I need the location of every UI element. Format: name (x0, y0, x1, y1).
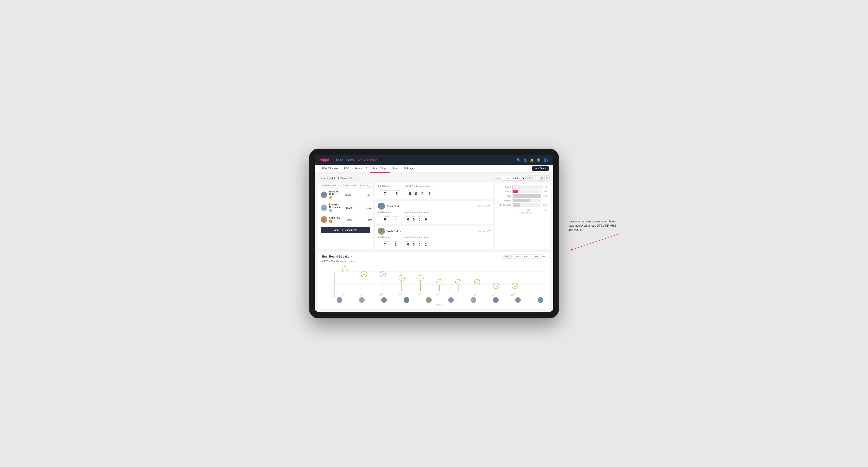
player-row: EC Edward Crossman 2 18/20 107 (318, 201, 373, 214)
table-view-button[interactable]: ⊟ (545, 176, 550, 181)
svg-text:4x: 4x (438, 281, 441, 283)
filter-putt[interactable]: PUTT (532, 254, 542, 259)
bell-icon[interactable]: 🔔 (530, 158, 534, 162)
edit-icon[interactable]: ✏️ (350, 177, 353, 180)
chart-avatar-coles: J (404, 297, 409, 303)
bar-label-bogeys: Bogeys (498, 199, 511, 201)
ott-val: 0 (409, 192, 411, 196)
list-view-button[interactable]: ≡ (533, 176, 538, 181)
rounds-tournament-val: 7 (384, 192, 386, 196)
chart-avatar-butler: R (515, 297, 521, 303)
sub-nav-tour[interactable]: Tour (390, 165, 401, 173)
bar-row-pars: Pars 499 (498, 194, 547, 198)
nav-home[interactable]: Home (336, 158, 343, 162)
bar-row-dbogeys: D. Bogeys+ 131 (498, 203, 547, 207)
card-rounds-label2: Total Rounds (378, 236, 401, 239)
nav-icons: 🔍 👤 🔔 ⚙️ 👤▾ (517, 158, 549, 162)
player-cards-panel: Total Rounds Tournament 7 Practice (375, 183, 493, 249)
card-pa-label: Total Practice Activities (404, 211, 431, 214)
rank-badge: 1 (329, 196, 332, 199)
filter-arg[interactable]: ARG (522, 254, 531, 259)
sub-nav-all-players[interactable]: All Players (401, 165, 418, 173)
bar-fill (513, 203, 520, 207)
svg-text:3x: 3x (514, 285, 516, 287)
streak-filters: OTT APP ARG PUTT ← (503, 254, 546, 259)
player-name: Cameron... (329, 217, 341, 219)
player-name: Edward Crossman (329, 203, 341, 209)
period-select[interactable]: Last 3 months (502, 176, 526, 181)
bar-row-bogeys: Bogeys 311 (498, 199, 547, 202)
filter-app[interactable]: APP (513, 254, 521, 259)
chart-avatar-britt: R (426, 297, 432, 303)
avatar: EC (321, 205, 328, 211)
bar-label-eagles: Eagles (498, 186, 511, 188)
svg-text:6x: 6x (363, 273, 365, 276)
chart-avatar-crossman: E (448, 297, 454, 303)
bar-label-birdies: Birdies (498, 190, 511, 193)
view-icons: ⊞ ≡ ▦ ⊟ (527, 176, 550, 181)
col-player-name: PLAYER NAME (321, 184, 340, 187)
view-leaderboard-button[interactable]: View Full Leaderboard (321, 227, 370, 233)
sub-nav-team-clippd[interactable]: Team Clippd (370, 165, 390, 173)
arg-label: ARG (420, 190, 424, 192)
profile-icon[interactable]: 👤▾ (543, 158, 549, 162)
streaks-chart-wrap: Best Streak, Fairway Accuracy 0 2 4 (322, 265, 546, 306)
sub-nav-hcaps[interactable]: Hcaps 1-5 (352, 165, 370, 173)
sub-nav-pga[interactable]: PGA (341, 165, 352, 173)
svg-text:D. Billingham: D. Billingham (375, 292, 383, 296)
svg-text:E. Ebert: E. Ebert (340, 292, 345, 296)
chart-avatar-miller: M (493, 297, 499, 303)
player-info: C Cameron... 3 (321, 216, 341, 223)
card-header: JC Josh Coles 26 Aug 2023 (378, 228, 490, 235)
bar-label-pars: Pars (498, 195, 511, 197)
pb-avg: 107 (357, 207, 371, 209)
streaks-section: Best Round Streaks ← OTT APP ARG PUTT ← … (318, 252, 550, 309)
add-team-button[interactable]: Add Team (532, 166, 549, 171)
player-info: RB Richard Butler 1 (321, 190, 340, 199)
svg-line-0 (571, 234, 620, 250)
search-icon[interactable]: 🔍 (517, 158, 521, 162)
bar-value-bogeys: 311 (543, 199, 547, 201)
total-rounds-label: Total Rounds (378, 185, 402, 187)
bar-value-birdies: 96 (545, 190, 547, 193)
chart-avatar-quick: C (537, 297, 543, 303)
app-label: APP (414, 190, 418, 192)
bar-row-eagles: Eagles 3 (498, 185, 547, 189)
pb-score: 17/20 (341, 218, 358, 221)
leaderboard-header: PLAYER NAME PB SCORE PB AVG SQ (318, 183, 373, 188)
svg-text:4x: 4x (457, 281, 460, 283)
player-info: EC Edward Crossman 2 (321, 203, 341, 212)
axis-line: 0 200 400 Total Shots (498, 208, 547, 214)
bar-row-birdies: Birdies 96 (498, 190, 547, 193)
svg-text:7x: 7x (344, 269, 346, 271)
card-rounds-label: Total Rounds (378, 211, 401, 214)
settings-icon[interactable]: ⚙️ (536, 158, 540, 162)
svg-text:5x: 5x (420, 277, 422, 280)
sub-nav-pgat[interactable]: PGAT Players (319, 165, 341, 173)
sub-nav-links: PGAT Players PGA Hcaps 1-5 Team Clippd T… (319, 165, 532, 173)
card-avatar: JC (378, 228, 385, 235)
putt-val: 1 (428, 192, 431, 196)
user-icon[interactable]: 👤 (523, 158, 527, 162)
bar-chart-panel: Eagles 3 Birdies (495, 183, 550, 249)
nav-my-performance[interactable]: My Performance (358, 158, 377, 162)
filter-ott[interactable]: OTT (503, 254, 512, 259)
bar-value-pars: 499 (543, 195, 547, 197)
tablet-frame: clippd Home Teams My Performance 🔍 👤 🔔 ⚙… (309, 149, 559, 318)
player-name-wrap: Cameron... 3 (329, 217, 341, 223)
bar-label-dbogeys: D. Bogeys+ (498, 204, 511, 206)
streaks-arrow-left: ← (350, 255, 354, 258)
card-practice-val: 4 (395, 217, 397, 221)
axis-400: 400 (544, 209, 547, 211)
chart-avatar-ebert: E (337, 297, 342, 303)
chart-avatar-mcherg: B (359, 297, 365, 303)
bar-chart-container: Eagles 3 Birdies (498, 185, 547, 207)
pb-avg: 110 (356, 194, 370, 196)
nav-teams[interactable]: Teams (347, 158, 354, 162)
player-count: 14 Players (336, 177, 349, 180)
bar-fill (513, 194, 541, 198)
card-view-button[interactable]: ▦ (539, 176, 544, 181)
arg-val: 0 (421, 192, 423, 196)
grid-view-button[interactable]: ⊞ (527, 176, 533, 181)
team-header: Team Clippd | 14 Players ✏️ Show Last 3 … (318, 176, 550, 181)
